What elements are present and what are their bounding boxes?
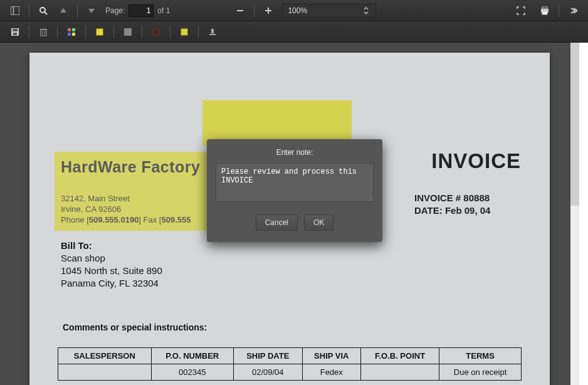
note-icon[interactable]: [177, 24, 192, 40]
zoom-out-icon[interactable]: [233, 3, 248, 18]
trash-icon[interactable]: [36, 24, 51, 40]
table-header-row: SALESPERSON P.O. NUMBER SHIP DATE SHIP V…: [58, 348, 522, 364]
invoice-number: INVOICE # 80888: [414, 192, 521, 204]
zoom-value: 100%: [288, 6, 307, 15]
comments-label: Comments or special instructions:: [63, 322, 207, 332]
page-down-icon[interactable]: [84, 3, 99, 18]
toolbar-separator: [170, 26, 171, 38]
toolbar-separator: [77, 4, 78, 17]
zoom-in-icon[interactable]: [261, 3, 276, 18]
note-textarea[interactable]: [216, 163, 374, 202]
col-ship-date: SHIP DATE: [233, 348, 302, 364]
toolbar-separator: [57, 26, 58, 38]
svg-rect-19: [68, 33, 71, 36]
bill-to-name: Scan shop: [61, 252, 162, 265]
svg-line-3: [45, 12, 47, 14]
svg-rect-13: [41, 29, 46, 36]
addr-phones: Phone [509.555.0190] Fax [509.555: [61, 214, 191, 225]
cancel-button[interactable]: Cancel: [256, 214, 298, 231]
fullscreen-icon[interactable]: [513, 3, 528, 18]
svg-point-2: [40, 8, 45, 13]
save-icon[interactable]: [8, 24, 23, 40]
toolbar-separator: [559, 4, 559, 17]
note-dialog: Enter note: Cancel OK: [207, 139, 382, 242]
col-terms: TERMS: [439, 348, 522, 364]
highlight-yellow-icon[interactable]: [92, 24, 107, 40]
bill-to-city: Panama City, FL 32304: [61, 277, 162, 290]
toolbar-separator: [85, 26, 86, 38]
zoom-select[interactable]: 100%: [282, 4, 376, 18]
svg-rect-21: [211, 29, 214, 33]
toolbar-separator: [29, 4, 29, 17]
bill-to-label: Bill To:: [61, 240, 162, 252]
col-po-number: P.O. NUMBER: [151, 348, 233, 364]
col-fob: F.O.B. POINT: [360, 348, 439, 364]
col-salesperson: SALESPERSON: [58, 348, 152, 364]
invoice-meta: INVOICE # 80888 DATE: Feb 09, 04: [414, 192, 521, 217]
sidebar-toggle-icon[interactable]: [8, 3, 23, 18]
circle-annotation-icon[interactable]: [149, 24, 164, 40]
svg-rect-20: [72, 33, 75, 36]
page-edge: [579, 43, 588, 385]
page-up-icon[interactable]: [56, 3, 71, 18]
svg-rect-11: [13, 29, 18, 31]
page-label: Page:: [105, 6, 125, 15]
svg-rect-0: [11, 6, 19, 15]
dialog-title: Enter note:: [207, 139, 382, 162]
ok-button[interactable]: OK: [304, 214, 333, 231]
col-ship-via: SHIP VIA: [302, 348, 360, 364]
page-number-input[interactable]: [129, 4, 154, 17]
bill-to: Bill To: Scan shop 1045 North st, Suite …: [61, 240, 162, 290]
invoice-title: INVOICE: [431, 149, 521, 173]
print-icon[interactable]: [537, 3, 552, 18]
svg-rect-12: [13, 33, 17, 35]
chevron-updown-icon: [362, 6, 370, 15]
bill-to-street: 1045 North st, Suite 890: [61, 265, 162, 277]
invoice-date: DATE: Feb 09, 04: [414, 204, 521, 217]
svg-rect-17: [68, 28, 71, 31]
search-icon[interactable]: [36, 3, 51, 18]
company-address: 32142, Main Street Irvine, CA 92606 Phon…: [61, 193, 191, 225]
vertical-scrollbar[interactable]: [570, 43, 579, 385]
toolbar-separator: [198, 26, 199, 38]
toolbar-separator: [29, 26, 29, 38]
toolbar-separator: [142, 26, 142, 38]
addr-line2: Irvine, CA 92606: [61, 204, 191, 214]
po-table: SALESPERSON P.O. NUMBER SHIP DATE SHIP V…: [58, 347, 522, 381]
scrollbar-thumb[interactable]: [570, 43, 579, 206]
table-row: 002345 02/09/04 Fedex Due on receipt: [58, 364, 522, 381]
svg-rect-9: [542, 12, 547, 14]
toolbar-separator: [254, 4, 255, 17]
more-tools-icon[interactable]: [565, 3, 580, 18]
highlight-gray-icon[interactable]: [120, 24, 135, 40]
svg-rect-8: [542, 7, 547, 9]
company-name: HardWare Factory: [61, 158, 200, 176]
page-total: of 1: [157, 6, 170, 15]
svg-rect-22: [209, 34, 216, 35]
addr-line1: 32142, Main Street: [61, 193, 191, 204]
toolbar-separator: [113, 26, 114, 38]
stamp-icon[interactable]: [205, 24, 220, 40]
color-palette-icon[interactable]: [64, 24, 79, 40]
svg-rect-18: [72, 28, 75, 31]
